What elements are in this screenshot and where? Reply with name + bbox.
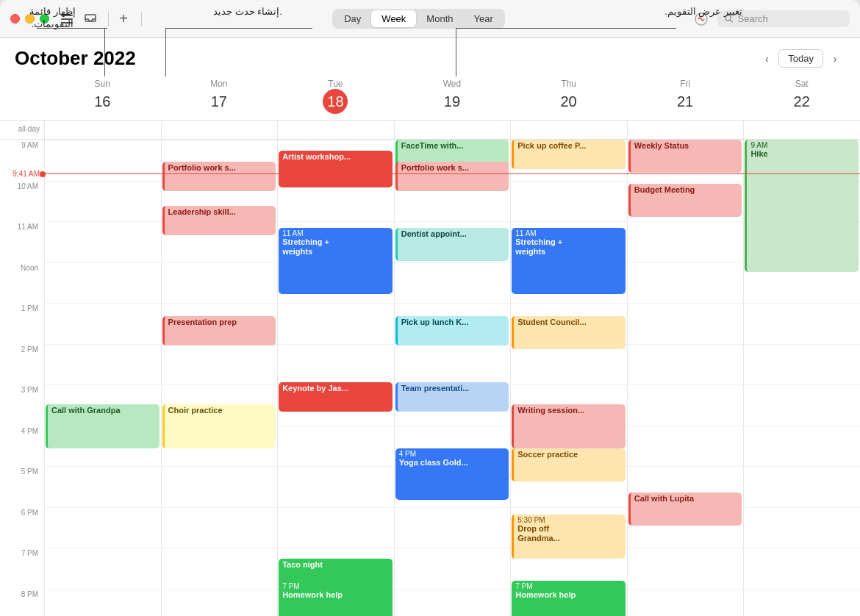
cell-5pm-tue[interactable] <box>277 466 394 507</box>
cell-11am-wed[interactable] <box>394 221 511 262</box>
cell-9am-thu[interactable] <box>510 140 627 181</box>
maximize-button[interactable] <box>40 14 49 24</box>
cell-10am-fri[interactable] <box>627 181 744 222</box>
today-button[interactable]: Today <box>778 49 823 68</box>
cell-1pm-sat[interactable] <box>743 303 860 344</box>
cell-3pm-sun[interactable] <box>44 384 161 426</box>
cell-8pm-thu[interactable] <box>510 589 627 617</box>
cell-10am-sun[interactable] <box>44 181 161 222</box>
cell-10am-thu[interactable] <box>510 181 627 222</box>
prev-button[interactable]: ‹ <box>756 49 777 69</box>
cell-3pm-mon[interactable] <box>161 384 278 426</box>
cell-4pm-wed[interactable] <box>394 426 511 467</box>
cell-noon-sun[interactable] <box>44 262 161 304</box>
cell-noon-sat[interactable] <box>743 262 860 304</box>
cell-8pm-sun[interactable] <box>44 589 161 617</box>
add-event-button[interactable]: + <box>113 9 134 29</box>
cell-4pm-sat[interactable] <box>743 426 860 467</box>
cell-4pm-thu[interactable] <box>510 426 627 467</box>
cell-2pm-wed[interactable] <box>394 344 511 385</box>
cell-8pm-fri[interactable] <box>627 589 744 617</box>
cell-9am-sun[interactable] <box>44 140 161 181</box>
cell-6pm-mon[interactable] <box>161 507 278 548</box>
cell-5pm-sun[interactable] <box>44 466 161 507</box>
siri-button[interactable] <box>691 9 712 29</box>
cell-noon-thu[interactable] <box>510 262 627 304</box>
cell-3pm-wed[interactable] <box>394 384 511 426</box>
search-input[interactable] <box>738 13 842 24</box>
cell-noon-mon[interactable] <box>161 262 278 304</box>
cell-7pm-wed[interactable] <box>394 548 511 589</box>
cell-7pm-sat[interactable] <box>743 548 860 589</box>
cell-7pm-fri[interactable] <box>627 548 744 589</box>
cell-5pm-mon[interactable] <box>161 466 278 507</box>
minimize-button[interactable] <box>25 14 35 24</box>
cell-5pm-fri[interactable] <box>627 466 744 507</box>
cell-7pm-tue[interactable] <box>277 548 394 589</box>
cell-10am-wed[interactable] <box>394 181 511 222</box>
cell-1pm-fri[interactable] <box>627 303 744 344</box>
tab-day[interactable]: Day <box>334 10 371 27</box>
cell-8pm-wed[interactable] <box>394 589 511 617</box>
cell-2pm-sun[interactable] <box>44 344 161 385</box>
cell-10am-tue[interactable] <box>277 181 394 222</box>
cell-3pm-tue[interactable] <box>277 384 394 426</box>
cell-6pm-tue[interactable] <box>277 507 394 548</box>
cell-7pm-thu[interactable] <box>510 548 627 589</box>
cell-9am-mon[interactable] <box>161 140 278 181</box>
cell-9am-sat[interactable] <box>743 140 860 181</box>
cell-9am-fri[interactable] <box>627 140 744 181</box>
cell-1pm-mon[interactable] <box>161 303 278 344</box>
tab-week[interactable]: Week <box>371 10 416 27</box>
cell-8pm-sat[interactable] <box>743 589 860 617</box>
cell-11am-sat[interactable] <box>743 221 860 262</box>
cell-11am-fri[interactable] <box>627 221 744 262</box>
cell-11am-mon[interactable] <box>161 221 278 262</box>
cell-5pm-thu[interactable] <box>510 466 627 507</box>
cell-4pm-fri[interactable] <box>627 426 744 467</box>
cell-10am-mon[interactable] <box>161 181 278 222</box>
cell-4pm-sun[interactable] <box>44 426 161 467</box>
cell-2pm-fri[interactable] <box>627 344 744 385</box>
cell-4pm-mon[interactable] <box>161 426 278 467</box>
cell-6pm-wed[interactable] <box>394 507 511 548</box>
cell-2pm-thu[interactable] <box>510 344 627 385</box>
cell-10am-sat[interactable] <box>743 181 860 222</box>
cell-9am-wed[interactable] <box>394 140 511 181</box>
cell-11am-sun[interactable] <box>44 221 161 262</box>
cell-noon-tue[interactable] <box>277 262 394 304</box>
cell-1pm-thu[interactable] <box>510 303 627 344</box>
cell-2pm-mon[interactable] <box>161 344 278 385</box>
tab-year[interactable]: Year <box>463 10 503 27</box>
cell-3pm-fri[interactable] <box>627 384 744 426</box>
cell-4pm-tue[interactable] <box>277 426 394 467</box>
cell-11am-thu[interactable] <box>510 221 627 262</box>
cell-5pm-sat[interactable] <box>743 466 860 507</box>
cell-9am-tue[interactable] <box>277 140 394 181</box>
next-button[interactable]: › <box>825 49 845 69</box>
time-grid-scroll[interactable]: 9 AM 10 AM 11 <box>0 140 860 616</box>
tab-month[interactable]: Month <box>416 10 463 27</box>
close-button[interactable] <box>10 14 20 24</box>
cell-noon-fri[interactable] <box>627 262 744 304</box>
cell-7pm-mon[interactable] <box>161 548 278 589</box>
cell-7pm-sun[interactable] <box>44 548 161 589</box>
cell-3pm-thu[interactable] <box>510 384 627 426</box>
cell-6pm-sun[interactable] <box>44 507 161 548</box>
cell-noon-wed[interactable] <box>394 262 511 304</box>
cell-2pm-sat[interactable] <box>743 344 860 385</box>
inbox-button[interactable] <box>80 9 101 29</box>
cell-11am-tue[interactable] <box>277 221 394 262</box>
cell-1pm-wed[interactable] <box>394 303 511 344</box>
cell-8pm-tue[interactable] <box>277 589 394 617</box>
cell-2pm-tue[interactable] <box>277 344 394 385</box>
cell-6pm-sat[interactable] <box>743 507 860 548</box>
cell-8pm-mon[interactable] <box>161 589 278 617</box>
cell-6pm-thu[interactable] <box>510 507 627 548</box>
calendars-list-button[interactable] <box>57 9 77 29</box>
cell-1pm-sun[interactable] <box>44 303 161 344</box>
cell-6pm-fri[interactable] <box>627 507 744 548</box>
cell-5pm-wed[interactable] <box>394 466 511 507</box>
cell-3pm-sat[interactable] <box>743 384 860 426</box>
cell-1pm-tue[interactable] <box>277 303 394 344</box>
